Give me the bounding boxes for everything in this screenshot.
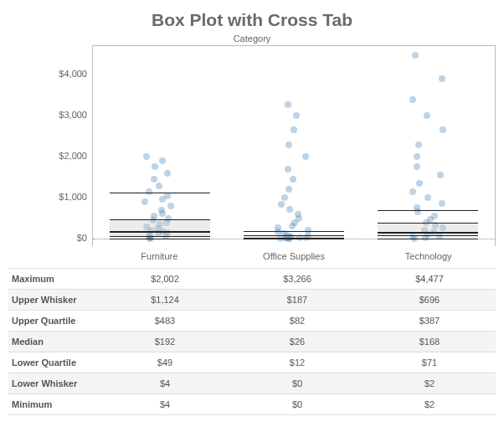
category-label: Office Supplies <box>227 246 362 268</box>
stats-cell: $1,124 <box>99 290 231 311</box>
data-point <box>290 176 296 183</box>
data-point <box>439 75 445 82</box>
stats-row: Upper Whisker$1,124$187$696 <box>8 290 496 311</box>
stats-row: Median$192$26$168 <box>8 332 496 352</box>
box <box>110 219 210 237</box>
stats-row-label: Lower Whisker <box>8 373 99 394</box>
median-line <box>110 231 210 233</box>
data-point <box>164 170 171 177</box>
stats-row: Lower Quartile$49$12$71 <box>8 352 496 373</box>
y-tick: $2,000 <box>59 151 87 161</box>
data-point <box>424 112 430 119</box>
stats-cell: $12 <box>231 352 363 373</box>
stats-row-label: Lower Quartile <box>8 352 99 373</box>
stats-table: Maximum$2,002$3,266$4,477Upper Whisker$1… <box>8 268 496 415</box>
data-point <box>141 198 148 205</box>
y-tick: $0 <box>77 233 87 243</box>
stats-cell: $168 <box>363 332 496 352</box>
data-point <box>414 163 420 170</box>
upper-whisker-line <box>378 210 478 211</box>
data-point <box>302 153 309 160</box>
data-point <box>431 213 438 219</box>
chart-subtitle: Category <box>8 33 496 44</box>
data-point <box>415 141 422 148</box>
stats-cell: $2 <box>363 394 496 415</box>
stats-cell: $483 <box>99 311 231 332</box>
lower-whisker-line <box>378 239 478 239</box>
data-point <box>151 176 157 183</box>
stats-row: Minimum$4$0$2 <box>8 394 496 415</box>
data-point <box>285 101 291 108</box>
data-point <box>409 188 416 195</box>
stats-row: Maximum$2,002$3,266$4,477 <box>8 269 496 290</box>
stats-row: Upper Quartile$483$82$387 <box>8 311 496 332</box>
data-point <box>414 153 420 160</box>
stats-row-label: Upper Whisker <box>8 290 99 311</box>
chart-title: Box Plot with Cross Tab <box>8 10 496 30</box>
y-tick: $4,000 <box>59 69 87 79</box>
data-point <box>285 141 292 148</box>
stats-cell: $0 <box>231 394 363 415</box>
category-axis: FurnitureOffice SuppliesTechnology <box>8 246 496 268</box>
stats-cell: $4 <box>99 394 231 415</box>
upper-whisker-line <box>110 193 210 193</box>
stats-row-label: Median <box>8 332 99 352</box>
data-point <box>412 52 419 59</box>
stats-cell: $71 <box>363 352 496 373</box>
stats-cell: $2,002 <box>99 269 231 290</box>
data-point <box>439 200 445 207</box>
lower-whisker-line <box>110 239 210 239</box>
stats-cell: $0 <box>231 373 363 394</box>
stats-cell: $3,266 <box>231 269 363 290</box>
lower-whisker-line <box>244 239 344 239</box>
stats-cell: $696 <box>363 290 496 311</box>
stats-cell: $187 <box>231 290 363 311</box>
data-point <box>437 172 444 178</box>
stats-cell: $4,477 <box>363 269 496 290</box>
stats-cell: $4 <box>99 373 231 394</box>
lane-office-supplies <box>227 46 361 246</box>
median-line <box>378 232 478 234</box>
data-point <box>167 203 174 209</box>
data-point <box>143 153 150 160</box>
data-point <box>409 96 416 103</box>
plot-row: $0$1,000$2,000$3,000$4,000 <box>8 45 496 246</box>
data-point <box>295 211 301 218</box>
data-point <box>281 194 288 201</box>
data-point <box>286 206 293 213</box>
stats-cell: $49 <box>99 352 231 373</box>
lane-technology <box>361 46 495 246</box>
y-tick: $3,000 <box>59 110 87 120</box>
data-point <box>440 126 446 133</box>
data-point <box>146 188 152 195</box>
stats-cell: $2 <box>363 373 496 394</box>
data-point <box>416 180 423 187</box>
data-point <box>285 166 291 172</box>
stats-cell: $82 <box>231 311 363 332</box>
data-point <box>158 207 165 213</box>
stats-row-label: Minimum <box>8 394 99 415</box>
y-tick: $1,000 <box>59 192 87 202</box>
data-point <box>156 183 162 189</box>
category-label: Technology <box>361 246 496 268</box>
stats-cell: $26 <box>231 332 363 352</box>
data-point <box>293 112 300 119</box>
data-point <box>424 194 431 201</box>
stats-row-label: Upper Quartile <box>8 311 99 332</box>
plot-area <box>92 45 496 246</box>
y-axis: $0$1,000$2,000$3,000$4,000 <box>8 45 92 246</box>
category-label: Furniture <box>92 246 227 268</box>
stats-cell: $387 <box>363 311 496 332</box>
stats-cell: $192 <box>99 332 231 352</box>
lane-furniture <box>93 46 227 246</box>
data-point <box>159 157 166 164</box>
data-point <box>152 163 158 170</box>
data-point <box>291 126 297 133</box>
stats-row: Lower Whisker$4$0$2 <box>8 373 496 394</box>
stats-row-label: Maximum <box>8 269 99 290</box>
data-point <box>285 186 292 193</box>
box <box>378 223 478 235</box>
upper-whisker-line <box>244 231 344 232</box>
data-point <box>278 201 285 208</box>
